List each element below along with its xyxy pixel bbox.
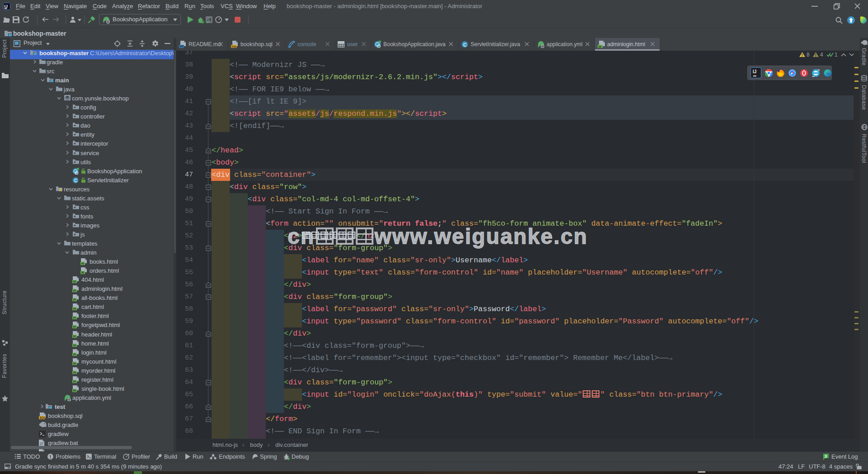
svg-text:C: C [74, 177, 78, 183]
svg-text:3: 3 [825, 454, 827, 459]
svg-text:H: H [73, 298, 75, 302]
svg-text:IJ: IJ [5, 4, 8, 9]
svg-text:H: H [73, 280, 75, 283]
svg-text:H: H [73, 379, 75, 383]
svg-text:H: H [73, 334, 75, 338]
svg-text:H: H [73, 289, 75, 293]
svg-text:H: H [73, 343, 75, 347]
svg-text:H: H [73, 370, 75, 374]
svg-text:MD: MD [179, 45, 184, 48]
svg-text:C: C [463, 42, 467, 47]
svg-text:SQL: SQL [231, 45, 237, 48]
svg-text:H: H [73, 307, 75, 311]
svg-text:H: H [73, 389, 75, 392]
svg-text:H: H [81, 261, 84, 265]
svg-text:H: H [73, 352, 75, 356]
svg-text:H: H [81, 270, 84, 274]
svg-text:H: H [73, 361, 75, 365]
svg-text:H: H [599, 45, 601, 48]
svg-text:H: H [73, 316, 75, 320]
svg-text:H: H [73, 325, 75, 329]
svg-text:SQL: SQL [40, 416, 46, 419]
